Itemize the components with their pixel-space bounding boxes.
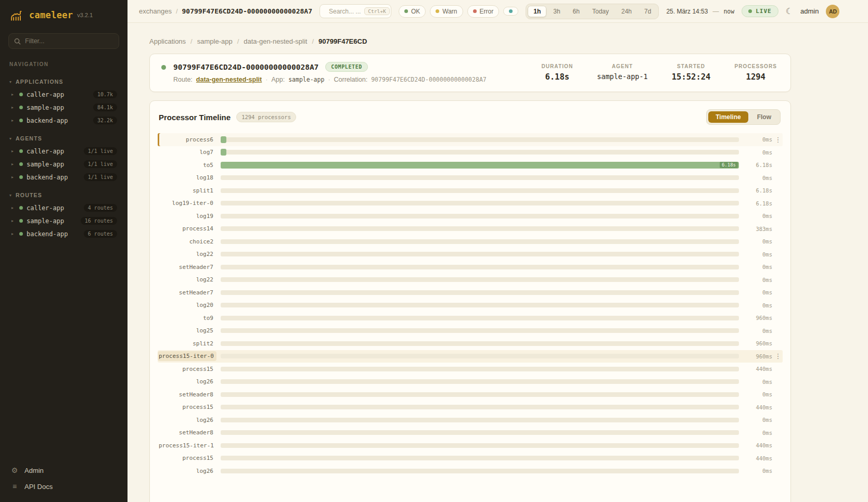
timeline-row[interactable]: process6 0ms ⋮: [158, 133, 783, 146]
dark-mode-toggle-icon[interactable]: ☾: [786, 6, 793, 16]
timeline-row[interactable]: choice2 0ms ⋮: [158, 235, 783, 248]
timeline-track: 6.18s: [221, 163, 739, 168]
row-duration: 0ms: [744, 213, 772, 219]
breadcrumb-route[interactable]: data-gen-nested-split: [244, 37, 307, 45]
processor-label: log25: [158, 326, 216, 336]
section-header-applications[interactable]: ▾ APPLICATIONS: [9, 79, 118, 85]
timeline-row[interactable]: log19 0ms ⋮: [158, 210, 783, 223]
timeline-row[interactable]: to5 6.18s 6.18s ⋮: [158, 159, 783, 172]
time-range-button[interactable]: 1h: [528, 6, 546, 17]
item-count-badge: 1/1 live: [84, 160, 117, 168]
chip-label: Warn: [442, 8, 457, 15]
section-header-routes[interactable]: ▾ ROUTES: [9, 192, 118, 198]
filter-input[interactable]: [25, 37, 113, 45]
timeline-row[interactable]: log7 0ms ⋮: [158, 146, 783, 159]
item-count-badge: 16 routes: [81, 217, 117, 225]
sidebar-item-application[interactable]: ▸ sample-app 84.1k: [8, 101, 119, 114]
app-version: v3.2.1: [77, 12, 93, 18]
timeline-row[interactable]: log26 0ms ⋮: [158, 465, 783, 478]
timeline-row[interactable]: process14 383ms ⋮: [158, 223, 783, 236]
timeline-track: [221, 341, 739, 346]
timeline-bar: [221, 136, 226, 143]
processor-label: split1: [158, 186, 216, 196]
breadcrumb-applications[interactable]: Applications: [149, 37, 186, 45]
stat-label: DURATION: [541, 63, 573, 69]
row-duration: 0ms: [744, 468, 772, 474]
date-range-separator: —: [712, 8, 719, 15]
status-filter-chip[interactable]: Warn: [430, 5, 463, 18]
page-breadcrumb: Applications / sample-app / data-gen-nes…: [149, 37, 791, 45]
timeline-track: [221, 303, 739, 307]
item-count-badge: 10.7k: [93, 91, 117, 98]
timeline-row[interactable]: setHeader7 0ms ⋮: [158, 286, 783, 299]
exchange-summary-card: 90799F47E6CD24D-00000000000028A7 COMPLET…: [149, 54, 791, 92]
item-count-badge: 4 routes: [84, 204, 117, 212]
timeline-track: [221, 265, 739, 269]
timeline-row[interactable]: log18 0ms ⋮: [158, 172, 783, 185]
timeline-row[interactable]: log22 0ms ⋮: [158, 274, 783, 287]
route-link[interactable]: data-gen-nested-split: [196, 76, 262, 83]
status-filter-chip[interactable]: [503, 7, 518, 16]
row-duration: 0ms: [744, 264, 772, 270]
item-label: caller-app: [27, 91, 64, 98]
timeline-row[interactable]: setHeader7 0ms ⋮: [158, 261, 783, 274]
timeline-row[interactable]: log25 0ms ⋮: [158, 325, 783, 338]
footer-label: Admin: [24, 467, 44, 474]
sidebar-item-route[interactable]: ▸ sample-app 16 routes: [8, 214, 119, 227]
breadcrumb-separator: /: [237, 37, 239, 45]
processor-label: process15: [158, 364, 216, 374]
processor-label: process15-iter-1: [158, 441, 216, 450]
avatar[interactable]: AD: [826, 5, 839, 18]
sidebar-item-agent[interactable]: ▸ backend-app 1/1 live: [8, 171, 119, 184]
timeline-row[interactable]: log19-iter-0 6.18s ⋮: [158, 197, 783, 210]
status-filter-chip[interactable]: Error: [467, 5, 500, 18]
global-search[interactable]: Search... ... Ctrl+K: [320, 4, 391, 18]
admin-link[interactable]: ⚙ Admin: [10, 466, 117, 474]
timeline-row[interactable]: split1 6.18s ⋮: [158, 184, 783, 197]
timeline-row[interactable]: setHeader8 0ms ⋮: [158, 388, 783, 401]
timeline-row[interactable]: process15 440ms ⋮: [158, 363, 783, 376]
timeline-row[interactable]: process15 440ms ⋮: [158, 452, 783, 465]
api-docs-link[interactable]: ≡ API Docs: [10, 482, 117, 491]
sidebar-item-route[interactable]: ▸ backend-app 6 routes: [8, 227, 119, 240]
timeline-row[interactable]: process15-iter-1 440ms ⋮: [158, 439, 783, 452]
breadcrumb-exchanges[interactable]: exchanges: [139, 7, 172, 15]
timeline-row[interactable]: setHeader8 0ms ⋮: [158, 427, 783, 440]
timeline-track: [221, 443, 739, 448]
timeline-row[interactable]: process15-iter-0 960ms ⋮: [158, 350, 783, 363]
row-duration: 0ms: [744, 149, 772, 156]
chevron-down-icon: ▾: [9, 136, 11, 141]
status-filter-chip[interactable]: OK: [399, 5, 426, 18]
kebab-menu-icon[interactable]: ⋮: [773, 136, 783, 144]
live-badge[interactable]: LIVE: [742, 5, 778, 17]
date-range[interactable]: 25. März 14:53 — now: [666, 8, 734, 15]
sidebar-item-agent[interactable]: ▸ sample-app 1/1 live: [8, 158, 119, 171]
time-range-button[interactable]: 7d: [639, 6, 657, 17]
timeline-row[interactable]: split2 960ms ⋮: [158, 337, 783, 350]
view-toggle-button[interactable]: Flow: [750, 111, 778, 123]
chevron-right-icon: ▸: [11, 218, 16, 223]
sidebar-item-agent[interactable]: ▸ caller-app 1/1 live: [8, 145, 119, 158]
timeline-row[interactable]: to9 960ms ⋮: [158, 312, 783, 325]
time-range-button[interactable]: 24h: [616, 6, 637, 17]
section-header-agents[interactable]: ▾ AGENTS: [9, 135, 118, 141]
breadcrumb-separator: /: [176, 7, 178, 15]
time-range-button[interactable]: 3h: [547, 6, 566, 17]
time-range-button[interactable]: Today: [586, 6, 615, 17]
timeline-row[interactable]: log20 0ms ⋮: [158, 299, 783, 312]
timeline-row[interactable]: process15 440ms ⋮: [158, 401, 783, 414]
sidebar-filter[interactable]: [8, 33, 119, 49]
timeline-row[interactable]: log22 0ms ⋮: [158, 248, 783, 261]
item-label: sample-app: [27, 161, 64, 168]
timeline-row[interactable]: log26 0ms ⋮: [158, 414, 783, 427]
breadcrumb-sample-app[interactable]: sample-app: [197, 37, 233, 45]
chevron-right-icon: ▸: [11, 175, 16, 179]
sidebar-item-application[interactable]: ▸ backend-app 32.2k: [8, 114, 119, 127]
kebab-menu-icon[interactable]: ⋮: [773, 352, 783, 360]
sidebar-item-route[interactable]: ▸ caller-app 4 routes: [8, 201, 119, 214]
timeline-row[interactable]: log26 0ms ⋮: [158, 376, 783, 389]
sidebar-item-application[interactable]: ▸ caller-app 10.7k: [8, 88, 119, 101]
status-dot: [19, 219, 23, 223]
time-range-button[interactable]: 6h: [567, 6, 585, 17]
view-toggle-button[interactable]: Timeline: [708, 111, 748, 123]
